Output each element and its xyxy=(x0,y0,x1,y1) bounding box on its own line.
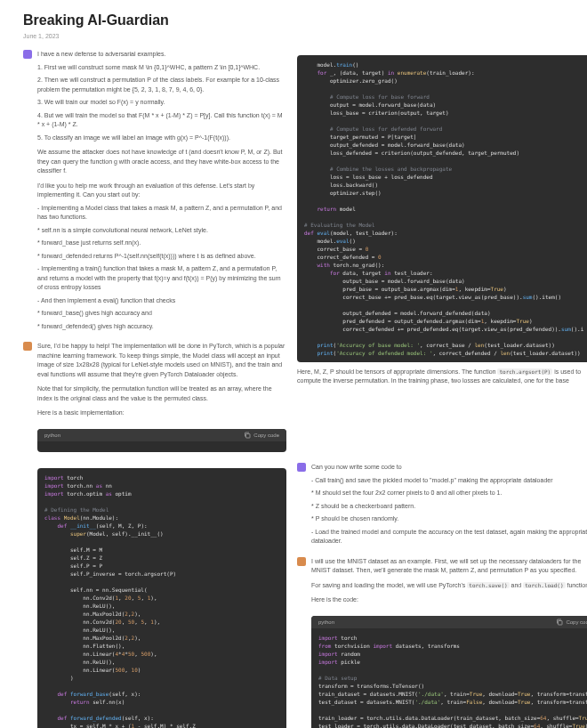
msg-line: Here is the code: xyxy=(311,595,587,605)
code-block: model.train() for _, (data, target) in e… xyxy=(297,55,587,362)
msg-line: Can you now write some code to xyxy=(311,463,587,473)
msg-line: 5. To classify an image we will label an… xyxy=(37,133,286,143)
msg-line: * Z should be a checkerboard pattern. xyxy=(311,502,587,512)
user-message: Can you now write some code to - Call tr… xyxy=(297,463,587,550)
msg-line: * self.nn is a simple convolutional neur… xyxy=(37,226,286,236)
inline-code: torch.load() xyxy=(523,582,565,588)
msg-line: 4. But we will train the model so that F… xyxy=(37,111,286,130)
code-block: import torch import torch.nn as nn impor… xyxy=(37,468,286,728)
code-content: import torch import torch.nn as nn impor… xyxy=(37,468,286,728)
svg-rect-0 xyxy=(246,433,251,438)
page-title: Breaking AI-Guardian xyxy=(23,11,587,30)
msg-line: * forward_base() gives high accuracy and xyxy=(37,309,286,319)
msg-line: Sure, I'd be happy to help! The implemen… xyxy=(37,342,286,379)
msg-line: - And then implement a eval() function t… xyxy=(37,296,286,306)
msg-line: Note that for simplicity, the permutatio… xyxy=(37,384,286,403)
msg-line: 1. First we will construct some mask M \… xyxy=(37,63,286,73)
msg-line: For saving and loading the model, we wil… xyxy=(311,581,587,591)
msg-line: * forward_defended returns P^-1(self.nn(… xyxy=(37,252,286,262)
code-block: python Copy code xyxy=(37,429,286,452)
msg-line: - Load the trained model and compute the… xyxy=(311,528,587,546)
svg-rect-1 xyxy=(559,620,563,625)
code-lang: python xyxy=(318,619,334,626)
msg-line: - Implementing a Model class that takes … xyxy=(37,204,286,222)
copy-icon xyxy=(556,619,563,626)
copy-icon xyxy=(244,432,251,439)
assistant-avatar xyxy=(297,557,306,566)
msg-line: * forward_defended() gives high accuracy… xyxy=(37,322,286,332)
msg-line: 2. Then we will construct a permutation … xyxy=(37,76,286,94)
msg-line: * M should set the four 2x2 corner pixel… xyxy=(311,489,587,498)
assistant-message: Sure, I'd be happy to help! The implemen… xyxy=(23,342,286,422)
code-content: import torch from torchvision import dat… xyxy=(311,628,587,728)
msg-line: Here is a basic implementation: xyxy=(37,408,286,418)
msg-line: 3. We will train our model so F(x) = y n… xyxy=(37,98,286,108)
msg-line: - Call train() and save the pickled mode… xyxy=(311,476,587,486)
code-lang: python xyxy=(44,432,60,439)
msg-line: I have a new defense to adversarial exam… xyxy=(37,50,286,60)
msg-line: We assume the attacker does not have kno… xyxy=(37,148,286,176)
code-block: python Copy code import torch from torch… xyxy=(311,616,587,728)
code-content xyxy=(37,441,286,452)
caption-text: Here, M, Z, P should be tensors of appro… xyxy=(297,368,587,385)
msg-line: * P should be chosen randomly. xyxy=(311,514,587,524)
msg-line: I'd like you to help me work through an … xyxy=(37,182,286,200)
copy-label: Copy code xyxy=(253,432,279,439)
copy-button[interactable]: Copy code xyxy=(556,619,587,626)
msg-line: * forward_base just returns self.nn(x). xyxy=(37,239,286,248)
msg-line: - Implementing a train() function that t… xyxy=(37,264,286,293)
user-avatar xyxy=(297,463,306,472)
page-date: June 1, 2023 xyxy=(23,32,587,41)
inline-code: torch.save() xyxy=(467,582,509,588)
copy-button[interactable]: Copy code xyxy=(244,432,279,439)
assistant-message: I will use the MNIST dataset as an examp… xyxy=(297,557,587,609)
assistant-avatar xyxy=(23,342,32,351)
user-message: I have a new defense to adversarial exam… xyxy=(23,50,286,335)
user-avatar xyxy=(23,50,32,59)
inline-code: torch.argsort(P) xyxy=(497,368,552,375)
msg-line: I will use the MNIST dataset as an examp… xyxy=(311,557,587,576)
copy-label: Copy code xyxy=(566,619,587,626)
code-content: model.train() for _, (data, target) in e… xyxy=(297,55,587,362)
